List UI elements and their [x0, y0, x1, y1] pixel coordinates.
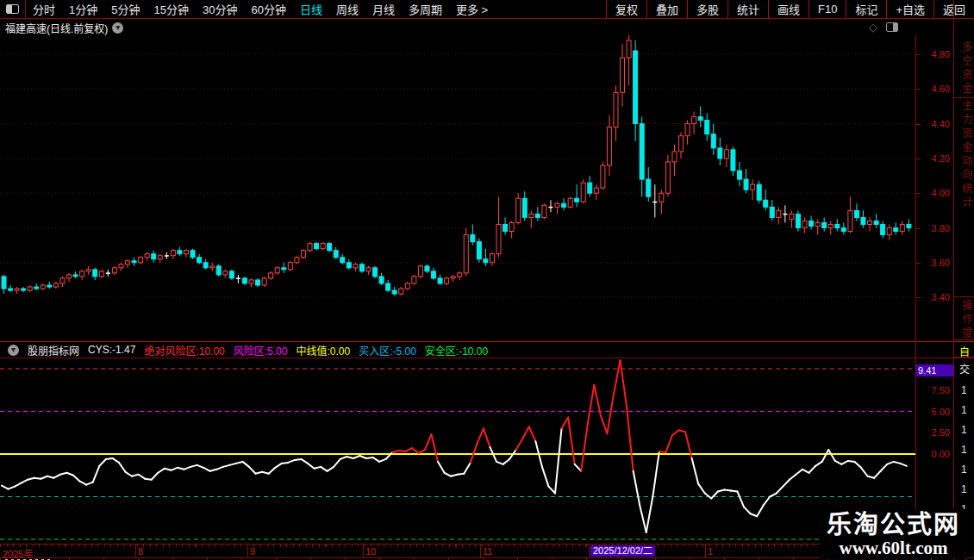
- indicator-tick-label: 2.50: [932, 427, 950, 438]
- right-strip-item[interactable]: 1: [961, 464, 967, 476]
- indicator-tick-label: 7.50: [932, 385, 950, 395]
- action-button-多股[interactable]: 多股: [687, 0, 727, 19]
- period-tab-多周期[interactable]: 多周期: [402, 1, 449, 17]
- price-tick-mark: [916, 228, 921, 229]
- price-tick-mark: [916, 124, 921, 125]
- month-boundary-line: [480, 544, 481, 557]
- date-axis-label: 9: [250, 546, 255, 557]
- watermark-url: www.60lt.com: [827, 538, 960, 558]
- watermark-site-name: 乐淘公式网: [827, 511, 960, 538]
- collapse-indicator-icon[interactable]: ▾: [8, 345, 19, 356]
- price-tick-mark: [916, 89, 921, 90]
- right-strip-divider: [954, 97, 974, 98]
- indicator-cys-value: CYS:-1.47: [88, 344, 135, 356]
- action-button-画线[interactable]: 画线: [768, 0, 809, 19]
- indicator-current-value-badge: 9.41: [916, 364, 953, 376]
- date-axis: 2025年8910111212 2025/12/02/二: [0, 544, 915, 557]
- indicator-midline-label: 中线值:0.00: [296, 343, 350, 358]
- action-button-统计[interactable]: 统计: [727, 0, 768, 19]
- action-buttons: 复权叠加多股统计画线F10标记+自选返回: [606, 0, 974, 19]
- indicator-safe-zone-label: 安全区:-10.00: [425, 343, 488, 358]
- price-tick-mark: [916, 159, 921, 159]
- month-boundary-line: [135, 544, 136, 557]
- indicator-panel[interactable]: [0, 359, 915, 544]
- price-axis: 4.804.604.404.204.003.803.603.40: [916, 34, 953, 341]
- date-axis-label: 1: [708, 546, 713, 557]
- period-tab-分时[interactable]: 分时: [26, 1, 62, 17]
- axis-separator-line: [915, 34, 916, 560]
- action-button-F10[interactable]: F10: [809, 0, 846, 19]
- price-tick-label: 3.40: [932, 292, 950, 302]
- highlighted-date: 2025/12/02/二: [590, 545, 655, 557]
- right-strip-item[interactable]: 1: [961, 404, 967, 416]
- right-strip-item[interactable]: 1: [961, 424, 967, 436]
- date-axis-label: 8: [138, 546, 143, 557]
- period-tab-60分钟[interactable]: 60分钟: [244, 1, 292, 17]
- right-strip-section-label[interactable]: 操作提示: [959, 300, 974, 338]
- period-tab-日线[interactable]: 日线: [293, 1, 329, 17]
- action-button-复权[interactable]: 复权: [606, 0, 646, 19]
- period-tabs: 分时1分钟5分钟15分钟30分钟60分钟日线周线月线多周期更多 >: [26, 1, 495, 17]
- right-strip-divider: [954, 339, 974, 340]
- price-tick-label: 3.80: [932, 223, 950, 233]
- month-boundary-line: [363, 544, 364, 557]
- indicator-header: ▾ 股朋指标网 CYS:-1.47 绝对风险区:10.00 风险区:5.00 中…: [0, 341, 974, 358]
- price-tick-mark: [916, 54, 921, 55]
- right-strip-item[interactable]: 1: [961, 483, 967, 495]
- indicator-tick-label: 5.00: [932, 407, 950, 417]
- date-axis-label: 11: [483, 546, 492, 557]
- indicator-risk-label: 风险区:5.00: [234, 343, 288, 358]
- right-strip-section-label[interactable]: 多空资金: [959, 41, 974, 95]
- watermark: 乐淘公式网 www.60lt.com: [820, 509, 967, 558]
- right-strip-divider: [954, 296, 974, 297]
- price-tick-mark: [916, 263, 921, 264]
- right-strip-item[interactable]: 1: [961, 384, 967, 396]
- right-strip-section-label[interactable]: 主力资金动向统计: [959, 100, 974, 295]
- period-tab-月线[interactable]: 月线: [365, 1, 402, 17]
- stock-title[interactable]: 福建高速(日线.前复权): [5, 21, 108, 35]
- action-button-叠加[interactable]: 叠加: [646, 0, 687, 19]
- price-tick-label: 4.40: [932, 119, 950, 129]
- action-button-+自选[interactable]: +自选: [886, 0, 933, 19]
- right-strip-item[interactable]: 1: [961, 444, 967, 456]
- price-tick-mark: [916, 297, 921, 298]
- chevron-down-icon[interactable]: ▾: [112, 22, 123, 34]
- panel-toggle-button[interactable]: [0, 0, 26, 19]
- period-tab-周线[interactable]: 周线: [329, 1, 365, 17]
- price-tick-label: 4.00: [932, 188, 950, 198]
- right-strip-tab[interactable]: 交: [959, 361, 970, 376]
- period-tab-1分钟[interactable]: 1分钟: [62, 1, 104, 17]
- diamond-icon[interactable]: ◇: [869, 21, 877, 34]
- period-toolbar: 分时1分钟5分钟15分钟30分钟60分钟日线周线月线多周期更多 > 复权叠加多股…: [0, 0, 974, 19]
- price-tick-mark: [916, 193, 921, 194]
- candlestick-chart[interactable]: [0, 34, 915, 341]
- action-button-标记[interactable]: 标记: [846, 0, 886, 19]
- stock-app-window: 分时1分钟5分钟15分钟30分钟60分钟日线周线月线多周期更多 > 复权叠加多股…: [0, 0, 974, 560]
- window-split-icon[interactable]: [886, 22, 898, 32]
- sidebar-toggle-icon: [6, 4, 19, 14]
- month-boundary-line: [705, 544, 706, 557]
- period-tab-30分钟[interactable]: 30分钟: [196, 1, 244, 17]
- date-axis-label: 10: [365, 546, 376, 557]
- indicator-buy-zone-label: 买入区:-5.00: [359, 343, 416, 358]
- indicator-source[interactable]: 股朋指标网: [28, 343, 79, 358]
- period-tab-更多 >[interactable]: 更多 >: [449, 1, 495, 17]
- price-tick-label: 4.60: [932, 84, 950, 94]
- price-tick-label: 4.20: [932, 153, 950, 164]
- indicator-abs-risk-label: 绝对风险区:10.00: [144, 343, 224, 358]
- right-sidebar-strip[interactable]: 多空资金主力资金动向统计操作提示自交11111111: [954, 0, 974, 560]
- period-tab-15分钟[interactable]: 15分钟: [147, 1, 195, 17]
- indicator-tick-label: 0.00: [932, 449, 950, 459]
- period-tab-5分钟[interactable]: 5分钟: [104, 1, 147, 17]
- right-strip-tab[interactable]: 自: [959, 344, 970, 358]
- month-boundary-line: [247, 544, 248, 557]
- month-boundary-line: [589, 544, 590, 557]
- price-tick-label: 3.60: [932, 258, 950, 268]
- chart-titlebar: 福建高速(日线.前复权) ▾ ◇: [0, 20, 915, 35]
- price-tick-label: 4.80: [932, 49, 950, 59]
